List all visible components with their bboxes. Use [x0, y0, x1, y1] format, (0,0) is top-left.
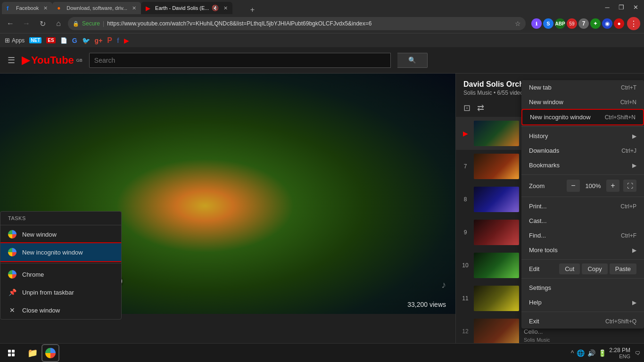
new-tab-button[interactable]: +: [247, 6, 258, 14]
back-button[interactable]: ←: [4, 17, 17, 30]
bm-google[interactable]: G: [72, 37, 77, 44]
video-views: 33,200 views: [407, 301, 446, 308]
ext-icon-purple[interactable]: ℹ: [531, 18, 542, 29]
cm-zoom-minus-button[interactable]: −: [567, 180, 580, 192]
forward-button[interactable]: →: [20, 17, 33, 30]
bm-google-icon: G: [72, 37, 77, 44]
cm-new-window-shortcut: Ctrl+N: [620, 99, 636, 106]
chrome-dropdown-menu: New tab Ctrl+T New window Ctrl+N New inc…: [521, 80, 644, 329]
cm-cut-button[interactable]: Cut: [559, 263, 580, 274]
taskbar-notification-icon[interactable]: 🗨: [635, 350, 640, 356]
taskbar-file-explorer[interactable]: 📁: [25, 345, 41, 361]
bm-apps[interactable]: ⊞ Apps: [5, 37, 25, 44]
extension-icons: ℹ S ABP 59 7 ✦ ◉ ●: [531, 18, 624, 29]
tray-network-icon[interactable]: 🌐: [577, 349, 585, 357]
close-button[interactable]: ✕: [629, 2, 642, 12]
bookmarks-bar: ⊞ Apps NET ES 📄 G 🐦 g+ P f ▶: [0, 33, 644, 47]
pl-num-10: 10: [462, 262, 469, 269]
tab-youtube[interactable]: ▶ Earth - David Solis (E... 🔇 ✕: [141, 2, 232, 14]
tray-battery-icon[interactable]: 🔋: [598, 349, 606, 357]
tray-volume-icon[interactable]: 🔊: [587, 349, 595, 357]
file-explorer-icon: 📁: [27, 348, 38, 358]
ext-icon-red[interactable]: ●: [614, 18, 624, 29]
taskbar-new-incognito[interactable]: New incognito window: [0, 243, 121, 261]
cm-copy-button[interactable]: Copy: [582, 263, 607, 274]
ext-icon-num[interactable]: 59: [567, 18, 577, 29]
taskbar-clock[interactable]: 2:28 PM ENG: [609, 347, 630, 359]
cm-zoom-fullscreen-button[interactable]: ⛶: [623, 180, 636, 192]
yt-search-button[interactable]: 🔍: [397, 53, 428, 68]
cm-bookmarks-label: Bookmarks: [529, 162, 560, 169]
cm-cast[interactable]: Cast...: [521, 214, 644, 228]
tab-empty[interactable]: [232, 2, 244, 14]
reload-button[interactable]: ↻: [36, 17, 49, 30]
pl-channel-12: Solis Music: [524, 337, 638, 343]
address-bar[interactable]: 🔒 Secure | https://www.youtube.com/watch…: [68, 17, 526, 30]
bm-es[interactable]: ES: [46, 37, 55, 43]
tray-chevron[interactable]: ^: [571, 349, 574, 357]
playlist-shuffle-btn[interactable]: ⇄: [477, 103, 484, 113]
taskbar-close-window[interactable]: ✕ Close window: [0, 301, 121, 319]
start-button[interactable]: [4, 346, 19, 361]
tab-download[interactable]: ● Download, software, driv... ✕: [52, 2, 141, 14]
bm-facebook-icon: f: [117, 37, 119, 44]
pl-playing-icon: ▶: [462, 130, 469, 137]
chrome-menu-button[interactable]: ⋮: [627, 17, 640, 30]
taskbar-unpin[interactable]: 📌 Unpin from taskbar: [0, 283, 121, 301]
playlist-fullscreen-btn[interactable]: ⊡: [463, 103, 471, 113]
ext-icon-blue2[interactable]: ◉: [602, 18, 612, 29]
cm-zoom-plus-button[interactable]: +: [606, 180, 619, 192]
ext-icon-7[interactable]: 7: [578, 18, 589, 29]
bm-youtube[interactable]: ▶: [124, 37, 129, 44]
taskbar-new-window-icon: [8, 230, 17, 239]
bm-gplus[interactable]: g+: [95, 37, 103, 44]
taskbar-chrome[interactable]: Chrome: [0, 265, 121, 283]
cm-find[interactable]: Find... Ctrl+F: [521, 228, 644, 243]
cm-paste-button[interactable]: Paste: [610, 263, 636, 274]
cm-sep-2: [521, 174, 644, 175]
bm-facebook[interactable]: f: [117, 37, 119, 44]
cm-bookmarks[interactable]: Bookmarks ▶: [521, 158, 644, 173]
maximize-button[interactable]: ❐: [615, 2, 628, 12]
cm-help[interactable]: Help ▶: [521, 295, 644, 310]
cm-exit[interactable]: Exit Ctrl+Shift+Q: [521, 314, 644, 329]
cm-sep-5: [521, 278, 644, 279]
video-logo-overlay: ♪: [441, 280, 446, 290]
browser-frame: f Facebook ✕ ● Download, software, driv.…: [0, 0, 644, 362]
pl-num-7: 7: [462, 163, 469, 170]
cm-new-incognito[interactable]: New incognito window Ctrl+Shift+N: [522, 110, 643, 124]
tab-close-facebook[interactable]: ✕: [43, 5, 48, 11]
yt-logo-text: YouTube: [31, 54, 74, 66]
tab-close-youtube[interactable]: ✕: [223, 5, 228, 11]
start-icon-q2: [12, 350, 15, 353]
cm-history[interactable]: History ▶: [521, 129, 644, 143]
cm-print[interactable]: Print... Ctrl+P: [521, 199, 644, 214]
ext-icon-blue[interactable]: S: [543, 18, 553, 29]
tab-close-download[interactable]: ✕: [132, 5, 136, 11]
bm-net[interactable]: NET: [29, 37, 41, 43]
yt-search-input[interactable]: [90, 57, 390, 64]
start-icon-q4: [12, 354, 15, 356]
cm-history-label: History: [529, 132, 548, 140]
yt-hamburger-button[interactable]: ☰: [8, 55, 15, 66]
cm-more-tools[interactable]: More tools ▶: [521, 243, 644, 257]
bookmark-star-icon[interactable]: ☆: [515, 20, 521, 27]
cm-settings[interactable]: Settings: [521, 280, 644, 295]
yt-search-wrap: [89, 53, 391, 68]
bm-twitter[interactable]: 🐦: [82, 37, 90, 44]
home-button[interactable]: ⌂: [52, 17, 65, 30]
cm-downloads[interactable]: Downloads Ctrl+J: [521, 143, 644, 158]
start-icon-q1: [8, 350, 11, 353]
cm-new-window[interactable]: New window Ctrl+N: [521, 95, 644, 109]
ext-icon-abp[interactable]: ABP: [555, 18, 565, 29]
cm-new-tab[interactable]: New tab Ctrl+T: [521, 80, 644, 95]
taskbar-pinned: 📁: [25, 345, 58, 361]
taskbar-new-window[interactable]: New window: [0, 225, 121, 243]
ext-icon-green[interactable]: ✦: [590, 18, 601, 29]
bm-doc[interactable]: 📄: [60, 37, 67, 44]
bm-pinterest[interactable]: P: [107, 36, 112, 45]
tab-bar: f Facebook ✕ ● Download, software, driv.…: [2, 0, 599, 14]
minimize-button[interactable]: ─: [601, 2, 614, 12]
tab-facebook[interactable]: f Facebook ✕: [2, 2, 52, 14]
taskbar-chrome-app[interactable]: [42, 345, 58, 361]
